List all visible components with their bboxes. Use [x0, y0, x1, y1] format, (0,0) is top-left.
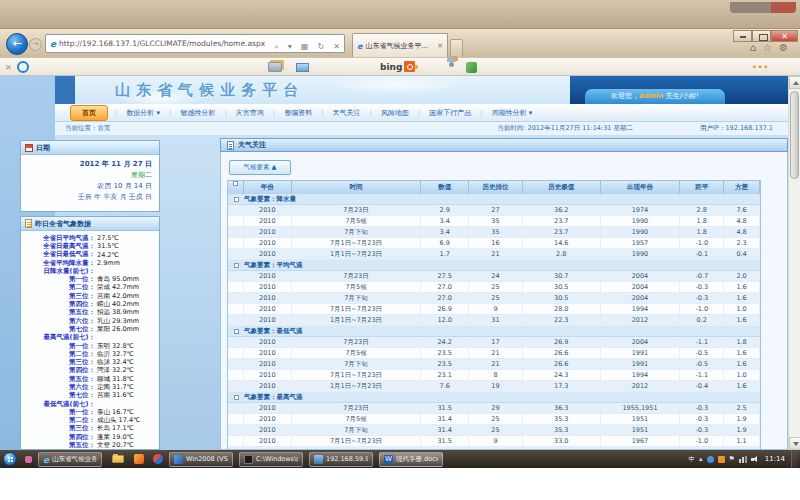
- section-title: 气象要素：平均气温: [244, 261, 760, 270]
- table-row[interactable]: 20107月23日31.52936.31955,1951-0.32.5: [228, 403, 760, 414]
- media-app-icon[interactable]: [134, 454, 144, 464]
- section-header-row[interactable]: 气象要素：平均气温: [228, 260, 760, 271]
- table-row[interactable]: 20107月23日24.21726.92004-1.11.8: [228, 337, 760, 348]
- minimize-button[interactable]: [733, 30, 752, 42]
- tray-app-icon[interactable]: [707, 456, 714, 463]
- table-row[interactable]: 20107月5候27.02530.52004-0.31.6: [228, 282, 760, 293]
- explorer-folder-icon[interactable]: [112, 455, 124, 463]
- table-row[interactable]: 20107月1日~7月23日23.1824.31994-1.11.0: [228, 370, 760, 381]
- tray-expand-icon[interactable]: ▴: [699, 455, 703, 463]
- bing-logo[interactable]: bing: [380, 61, 415, 72]
- climate-element-button[interactable]: 气候要素 ▲: [229, 160, 291, 175]
- browser-tab[interactable]: e 山东省气候业务平... ✕: [352, 33, 448, 58]
- vertical-scrollbar[interactable]: [788, 76, 800, 450]
- table-row[interactable]: 20107月5候23.52126.61991-0.51.6: [228, 348, 760, 359]
- security-alert-icon[interactable]: [718, 456, 725, 463]
- row-select-cell: [228, 370, 244, 380]
- scroll-up-arrow[interactable]: [789, 76, 800, 89]
- close-button[interactable]: [771, 30, 798, 42]
- stat-value: 31.5℃: [97, 242, 119, 250]
- table-row[interactable]: 20107月23日2.92736.219742.87.6: [228, 205, 760, 216]
- table-row[interactable]: 20107月1日~7月23日26.9928.01994-1.01.0: [228, 304, 760, 315]
- checkbox[interactable]: [233, 181, 238, 186]
- checkbox[interactable]: [234, 329, 239, 334]
- more-options-icon[interactable]: •••: [752, 63, 769, 72]
- table-row[interactable]: 20107月下旬27.02530.52004-0.31.6: [228, 293, 760, 304]
- taskbar-window-button-3[interactable]: 现代手册.docx ...: [379, 452, 443, 467]
- cell: 1974: [601, 205, 681, 215]
- checkbox[interactable]: [234, 263, 239, 268]
- table-row[interactable]: 20107月下旬23.52126.61991-0.51.6: [228, 359, 760, 370]
- settings-gear-icon[interactable]: ⚙: [779, 42, 788, 53]
- speaker-icon[interactable]: [751, 456, 759, 463]
- browser-app-icon[interactable]: [153, 454, 163, 464]
- main-nav: 首页|数据分析 ▾|敏感性分析|灾害查询|整编资料|天气关注|风险地图|国家下行…: [55, 104, 788, 122]
- pinned-app-icon[interactable]: [25, 456, 32, 463]
- table-row[interactable]: 20101月1日~7月23日1.7212.81990-0.10.4: [228, 249, 760, 260]
- section-header-row[interactable]: 气象要素：最高气温: [228, 392, 760, 403]
- taskbar-clock[interactable]: 11:14: [765, 455, 785, 463]
- taskbar-window-button-1[interactable]: C:\Windows\s...: [239, 452, 303, 467]
- start-button[interactable]: [3, 452, 17, 466]
- maximize-button[interactable]: [752, 30, 771, 42]
- tab-close-icon[interactable]: ✕: [437, 42, 443, 50]
- nav-item-6[interactable]: 风险地图: [381, 108, 409, 118]
- taskbar-ie-label: 山东省气候业务平台: [52, 455, 97, 464]
- compatibility-icon[interactable]: ▦: [301, 42, 309, 51]
- taskbar-buttons: Win2008 (VS2...C:\Windows\s...192.168.59…: [163, 452, 443, 467]
- gallery-icon[interactable]: [268, 62, 282, 72]
- table-row[interactable]: 20101月1日~7月23日7.61917.32012-0.41.6: [228, 381, 760, 392]
- forward-button[interactable]: →: [29, 38, 42, 51]
- table-row[interactable]: 20107月1日~7月23日31.5933.01967-1.01.1: [228, 436, 760, 447]
- nav-item-0[interactable]: 首页: [70, 105, 108, 121]
- table-row[interactable]: 20107月23日27.52430.72004-0.72.0: [228, 271, 760, 282]
- network-icon[interactable]: [739, 456, 747, 463]
- mail-icon[interactable]: [296, 63, 309, 72]
- share-icon[interactable]: [466, 62, 477, 73]
- language-indicator[interactable]: 中: [689, 455, 696, 464]
- nav-item-5[interactable]: 天气关注: [333, 108, 361, 118]
- table-row[interactable]: 20107月5候31.42535.31951-0.31.9: [228, 414, 760, 425]
- nav-item-2[interactable]: 敏感性分析: [180, 108, 215, 118]
- show-desktop-button[interactable]: [791, 450, 797, 468]
- scroll-down-arrow[interactable]: [789, 437, 800, 450]
- stop-icon[interactable]: ✕: [333, 42, 340, 51]
- section-header-row[interactable]: 气象要素：降水量: [228, 194, 760, 205]
- taskbar-ie-button[interactable]: e 山东省气候业务平台: [38, 452, 102, 467]
- home-icon[interactable]: ⌂: [750, 42, 756, 53]
- favorites-star-icon[interactable]: ☆: [763, 42, 772, 53]
- table-row[interactable]: 20107月下旬31.42535.31951-0.31.9: [228, 425, 760, 436]
- search-icon[interactable]: ⌕: [274, 42, 278, 51]
- action-center-flag-icon[interactable]: ⚑: [729, 455, 735, 463]
- refresh-icon[interactable]: ↻: [318, 42, 325, 51]
- cell: 12.0: [421, 315, 469, 325]
- table-row[interactable]: 20101月1日~7月23日12.03122.320120.21.6: [228, 315, 760, 326]
- cell: 1951: [601, 425, 681, 435]
- address-url[interactable]: http://192.168.137.1/GLCCLIMATE/modules/…: [59, 39, 270, 48]
- stats-panel-title: 昨日全省气象数据: [35, 219, 91, 229]
- scroll-thumb[interactable]: [790, 91, 799, 179]
- checkbox[interactable]: [234, 395, 239, 400]
- table-row[interactable]: 20107月1日~7月23日6.91614.61957-1.02.3: [228, 238, 760, 249]
- cell: -0.3: [680, 403, 724, 413]
- toolbar-close-icon[interactable]: ✕: [5, 63, 12, 72]
- taskbar-window-button-0[interactable]: Win2008 (VS2...: [169, 452, 233, 467]
- taskbar-button-label: 192.168.59.99...: [326, 455, 368, 463]
- taskbar-window-button-2[interactable]: 192.168.59.99...: [309, 452, 373, 467]
- nav-item-1[interactable]: 数据分析 ▾: [126, 108, 160, 118]
- table-row[interactable]: 20107月5候3.43523.719901.84.8: [228, 216, 760, 227]
- nav-item-8[interactable]: 周期性分析 ▾: [492, 108, 533, 118]
- new-tab-button[interactable]: [450, 39, 463, 58]
- nav-item-7[interactable]: 国家下行产品: [429, 108, 471, 118]
- address-bar[interactable]: e http://192.168.137.1/GLCCLIMATE/module…: [45, 34, 345, 53]
- stat-value: 24.2℃: [97, 251, 119, 259]
- dropdown-icon[interactable]: ▾: [288, 42, 292, 51]
- table-row[interactable]: 20107月下旬3.43523.719901.84.8: [228, 227, 760, 238]
- checkbox[interactable]: [234, 197, 239, 202]
- toolbar-logo-icon[interactable]: [17, 61, 29, 73]
- back-button[interactable]: ←: [6, 33, 28, 55]
- nav-item-3[interactable]: 灾害查询: [236, 108, 264, 118]
- nav-item-4[interactable]: 整编资料: [284, 108, 312, 118]
- section-header-row[interactable]: 气象要素：最低气温: [228, 326, 760, 337]
- taskbar-button-label: C:\Windows\s...: [256, 455, 298, 463]
